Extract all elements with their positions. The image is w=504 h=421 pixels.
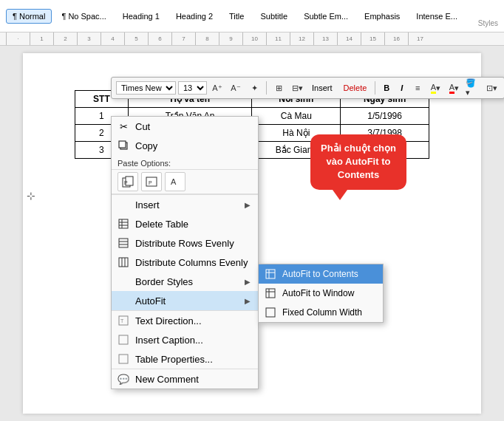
autofit-window-item[interactable]: AutoFit to Window <box>259 284 383 303</box>
ribbon: ¶ Normal ¶ No Spac... Heading 1 Heading … <box>0 0 504 32</box>
text-direction-label: Text Direction... <box>135 315 251 326</box>
insert-label[interactable]: Insert <box>307 82 337 94</box>
delete-table-icon <box>118 218 129 230</box>
svg-rect-8 <box>119 219 128 228</box>
context-menu-new-comment[interactable]: 💬 New Comment <box>112 369 258 389</box>
ruler-mark: 12 <box>290 32 313 46</box>
ruler-mark: 3 <box>77 32 101 46</box>
font-size-select[interactable]: 13 <box>178 81 207 95</box>
autofit-contents-icon <box>265 268 276 280</box>
svg-rect-25 <box>266 289 275 298</box>
text-direction-icon: T <box>118 315 129 326</box>
paste-options-text: Paste Options: <box>118 159 251 168</box>
autofit-label: AutoFit <box>135 295 239 307</box>
ruler-mark: 1 <box>30 32 53 46</box>
ribbon-btn-subtle-em[interactable]: Subtle Em... <box>297 9 355 24</box>
autofit-window-label: AutoFit to Window <box>282 288 375 298</box>
ruler-mark: 7 <box>171 32 195 46</box>
ribbon-btn-no-spacing[interactable]: ¶ No Spac... <box>55 9 112 24</box>
fixed-col-width-item[interactable]: Fixed Column Width <box>259 303 383 322</box>
table-options-button[interactable]: ⊟▾ <box>289 81 305 95</box>
grow-font-button[interactable]: A⁺ <box>209 81 225 95</box>
paste-keep-source-button[interactable]: P <box>118 172 138 191</box>
ruler-mark: 15 <box>361 32 384 46</box>
ruler-mark: 10 <box>242 32 266 46</box>
context-menu-copy[interactable]: Copy <box>112 136 258 155</box>
delete-label[interactable]: Delete <box>339 82 372 94</box>
tooltip-bubble: Phải chuột chọn vào AutoFit to Contents <box>310 134 406 190</box>
insert-caption-icon <box>118 334 129 346</box>
svg-text:A: A <box>171 177 177 186</box>
ruler: · 1 2 3 4 5 6 7 8 9 10 11 12 13 14 15 16… <box>0 32 504 46</box>
insert-arrow-icon: ▶ <box>245 201 251 209</box>
context-menu-cut[interactable]: ✂ Cut <box>112 117 258 136</box>
borders-button[interactable]: ⊡▾ <box>483 81 500 95</box>
context-menu-insert-caption[interactable]: Insert Caption... <box>112 330 258 349</box>
ribbon-btn-heading1[interactable]: Heading 1 <box>116 9 166 24</box>
context-menu-delete-table[interactable]: Delete Table <box>112 214 258 233</box>
ribbon-btn-intense-e[interactable]: Intense E... <box>409 9 464 24</box>
svg-text:P: P <box>124 180 128 185</box>
paste-merge-button[interactable]: P <box>141 172 162 191</box>
styles-section-label: Styles <box>478 19 498 29</box>
ribbon-btn-subtitle[interactable]: Subtitle <box>253 9 294 24</box>
border-styles-arrow-icon: ▶ <box>245 278 251 286</box>
italic-button[interactable]: I <box>396 82 407 94</box>
border-styles-icon <box>118 275 129 287</box>
context-menu-distribute-cols[interactable]: Distribute Columns Evenly <box>112 253 258 272</box>
distribute-cols-label: Distribute Columns Evenly <box>135 257 251 268</box>
ruler-mark: 17 <box>408 32 432 46</box>
ribbon-btn-normal[interactable]: ¶ Normal <box>6 9 52 24</box>
ruler-mark: 5 <box>124 32 148 46</box>
autofit-contents-item[interactable]: AutoFit to Contents <box>259 264 383 284</box>
cut-label: Cut <box>135 121 251 132</box>
ruler-mark: 8 <box>195 32 219 46</box>
margin-icon: ⊹ <box>27 190 35 202</box>
clear-format-button[interactable]: ✦ <box>246 81 262 95</box>
bold-button[interactable]: B <box>379 82 394 94</box>
context-menu-distribute-rows[interactable]: Distribute Rows Evenly <box>112 233 258 253</box>
align-button[interactable]: ≡ <box>409 81 426 95</box>
table-properties-label: Table Properties... <box>135 354 251 365</box>
ruler-mark: 9 <box>219 32 242 46</box>
context-menu-autofit[interactable]: AutoFit ▶ <box>112 291 258 310</box>
ruler-mark: 13 <box>313 32 337 46</box>
highlight-button[interactable]: A▾ <box>428 81 444 95</box>
shrink-font-button[interactable]: A⁻ <box>228 81 244 95</box>
new-comment-label: New Comment <box>135 374 251 385</box>
ruler-marks: · 1 2 3 4 5 6 7 8 9 10 11 12 13 14 15 16… <box>6 32 504 46</box>
context-menu-text-direction[interactable]: T Text Direction... <box>112 310 258 330</box>
svg-rect-28 <box>266 308 275 317</box>
font-family-select[interactable]: Times New <box>116 81 176 95</box>
svg-text:P: P <box>149 180 152 185</box>
paste-text-only-button[interactable]: A <box>165 172 185 191</box>
shading-button[interactable]: 🪣▾ <box>465 81 481 95</box>
autofit-icon <box>118 295 129 307</box>
ruler-mark: · <box>6 32 30 46</box>
svg-rect-20 <box>119 335 128 344</box>
distribute-rows-icon <box>118 237 129 249</box>
autofit-window-icon <box>265 287 276 299</box>
context-menu-border-styles[interactable]: Border Styles ▶ <box>112 272 258 291</box>
ribbon-btn-title[interactable]: Title <box>222 9 251 24</box>
delete-table-label: Delete Table <box>135 219 251 230</box>
table-cell: Cà Mau <box>252 108 341 125</box>
context-menu-insert[interactable]: Insert ▶ <box>112 194 258 214</box>
table-properties-icon <box>118 353 129 365</box>
font-color-button[interactable]: A▾ <box>446 81 463 95</box>
ruler-mark: 11 <box>266 32 290 46</box>
toolbar-separator <box>375 81 375 95</box>
new-comment-icon: 💬 <box>118 373 129 385</box>
autofit-arrow-icon: ▶ <box>245 297 251 305</box>
table-grid-button[interactable]: ⊞ <box>270 81 287 95</box>
ribbon-btn-heading2[interactable]: Heading 2 <box>169 9 219 24</box>
fixed-col-icon <box>265 307 276 318</box>
distribute-rows-label: Distribute Rows Evenly <box>135 238 251 249</box>
border-styles-label: Border Styles <box>135 276 239 287</box>
svg-rect-22 <box>266 270 275 278</box>
ruler-mark: 6 <box>148 32 171 46</box>
tooltip-text: Phải chuột chọn vào AutoFit to Contents <box>321 143 396 180</box>
ribbon-btn-emphasis[interactable]: Emphasis <box>358 9 406 24</box>
cut-icon: ✂ <box>118 120 129 132</box>
context-menu-table-properties[interactable]: Table Properties... <box>112 349 258 369</box>
